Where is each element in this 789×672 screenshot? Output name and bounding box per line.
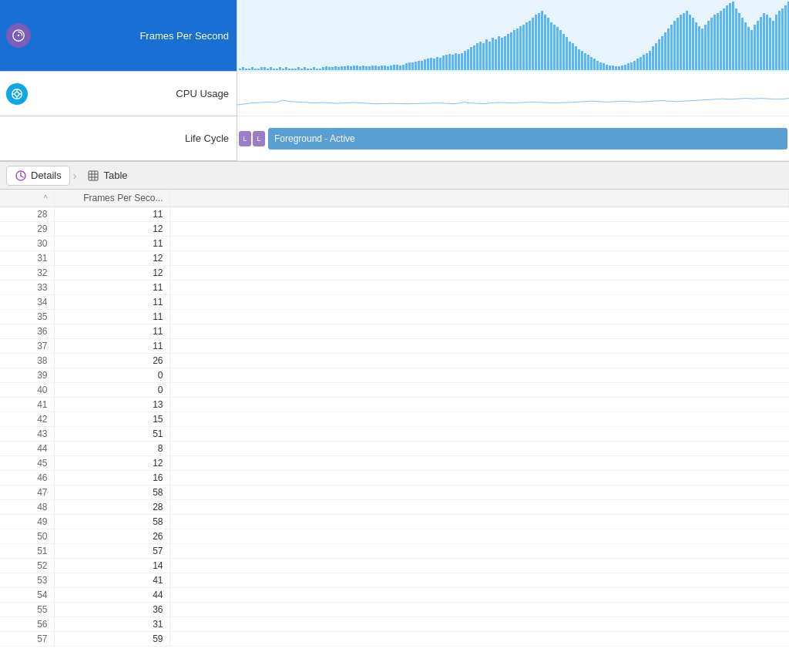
fps-bar: [285, 67, 287, 70]
fps-bar: [590, 57, 593, 70]
table-label: Table: [103, 170, 127, 181]
fps-bar: [353, 66, 355, 70]
row-index: 52: [0, 559, 54, 573]
data-table: ^ Frames Per Seco... 28 11 29 12 30: [0, 190, 789, 647]
table-row[interactable]: 37 11: [0, 339, 789, 354]
row-empty: [170, 559, 789, 573]
row-empty: [170, 207, 789, 222]
table-row[interactable]: 57 59: [0, 632, 789, 647]
fps-bar: [655, 43, 657, 70]
fps-bar: [442, 55, 445, 70]
row-index: 46: [0, 471, 54, 486]
fps-bar: [562, 34, 565, 70]
table-row[interactable]: 48 28: [0, 500, 789, 515]
table-row[interactable]: 30 11: [0, 237, 789, 251]
table-row[interactable]: 38 26: [0, 354, 789, 368]
fps-bar: [448, 54, 451, 70]
fps-bar: [707, 21, 710, 70]
table-row[interactable]: 51 57: [0, 544, 789, 559]
row-empty: [170, 354, 789, 368]
row-index: 39: [0, 368, 54, 383]
fps-bar: [664, 32, 666, 70]
fps-bar: [279, 67, 281, 70]
table-row[interactable]: 28 11: [0, 207, 789, 222]
table-row[interactable]: 32 12: [0, 266, 789, 281]
sort-icon: ^: [44, 194, 48, 203]
fps-bar: [710, 18, 713, 70]
fps-bar: [264, 67, 266, 70]
table-row[interactable]: 42 15: [0, 412, 789, 427]
table-row[interactable]: 39 0: [0, 368, 789, 383]
fps-bar: [732, 2, 734, 70]
tab-separator: ›: [73, 170, 77, 182]
table-row[interactable]: 44 8: [0, 442, 789, 456]
fps-bar: [347, 66, 349, 70]
table-row[interactable]: 47 58: [0, 486, 789, 500]
fps-bar: [603, 63, 605, 70]
fps-bar: [649, 51, 651, 70]
row-empty: [170, 324, 789, 339]
row-fps: 13: [54, 398, 170, 412]
table-row[interactable]: 34 11: [0, 295, 789, 310]
table-row[interactable]: 46 16: [0, 471, 789, 486]
fps-bar: [587, 55, 589, 70]
row-index: 40: [0, 383, 54, 398]
table-row[interactable]: 54 44: [0, 588, 789, 603]
fps-bar: [341, 66, 343, 70]
table-row[interactable]: 41 13: [0, 398, 789, 412]
table-row[interactable]: 49 58: [0, 515, 789, 529]
right-charts: L L Foreground - Active: [237, 0, 789, 161]
fps-bar: [713, 15, 716, 70]
table-row[interactable]: 55 36: [0, 603, 789, 617]
row-index: 43: [0, 427, 54, 442]
lc-marker-l: L: [239, 131, 251, 146]
fps-bar: [698, 26, 700, 70]
table-row[interactable]: 29 12: [0, 222, 789, 237]
fps-bar: [433, 59, 435, 70]
fps-bar: [498, 36, 500, 71]
fps-bar: [744, 22, 747, 70]
fps-bar: [482, 43, 485, 70]
col-fps-header[interactable]: Frames Per Seco...: [54, 190, 170, 207]
row-fps: 26: [54, 354, 170, 368]
fps-bar: [596, 61, 599, 70]
fps-bar: [387, 66, 389, 70]
table-row[interactable]: 50 26: [0, 529, 789, 544]
fps-bar: [550, 22, 552, 70]
tab-table[interactable]: Table: [79, 166, 135, 185]
tab-details[interactable]: Details: [6, 166, 70, 186]
fps-bar: [381, 66, 383, 70]
fps-bar: [300, 69, 303, 70]
fps-bar: [344, 66, 346, 70]
fps-bar: [402, 65, 405, 70]
table-row[interactable]: 52 14: [0, 559, 789, 573]
table-row[interactable]: 43 51: [0, 427, 789, 442]
table-row[interactable]: 33 11: [0, 281, 789, 295]
row-fps: 0: [54, 368, 170, 383]
table-row[interactable]: 56 31: [0, 617, 789, 632]
row-index: 48: [0, 500, 54, 515]
table-row[interactable]: 35 11: [0, 310, 789, 324]
fps-bar: [245, 69, 247, 70]
table-row[interactable]: 53 41: [0, 573, 789, 588]
table-wrapper[interactable]: ^ Frames Per Seco... 28 11 29 12 30: [0, 190, 789, 672]
fps-bar: [319, 69, 321, 70]
fps-bar: [575, 46, 577, 70]
row-empty: [170, 266, 789, 281]
row-index: 32: [0, 266, 54, 281]
fps-bar: [294, 69, 297, 70]
fps-bar: [489, 42, 491, 70]
table-row[interactable]: 45 12: [0, 456, 789, 471]
row-index: 38: [0, 354, 54, 368]
row-index: 33: [0, 281, 54, 295]
table-row[interactable]: 31 12: [0, 251, 789, 266]
table-row[interactable]: 36 11: [0, 324, 789, 339]
fps-bar: [384, 66, 386, 70]
row-index: 42: [0, 412, 54, 427]
fps-bar: [365, 66, 368, 70]
fps-bar: [276, 69, 278, 70]
fps-bar: [547, 18, 549, 70]
row-empty: [170, 515, 789, 529]
table-row[interactable]: 40 0: [0, 383, 789, 398]
col-index-header[interactable]: ^: [0, 190, 54, 207]
